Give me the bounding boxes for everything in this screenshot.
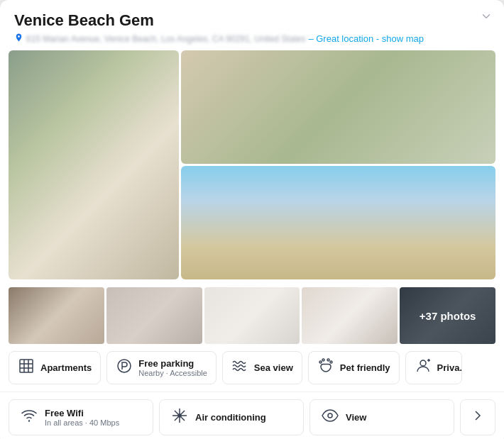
more-photos-overlay[interactable]: +37 photos [400,287,495,344]
private-label: Priva... [437,362,462,373]
property-title: Venice Beach Gem [14,11,490,30]
amenity-private[interactable]: Priva... [405,351,462,384]
svg-point-10 [420,360,426,366]
pet-icon [317,357,334,378]
photo-exterior[interactable] [9,50,179,279]
waves-icon [231,357,248,378]
amenity-apartments[interactable]: Apartments [9,351,101,384]
photo-thumb-2[interactable] [106,287,202,344]
svg-point-19 [328,413,332,418]
sea-view-label: Sea view [254,362,293,373]
eye-icon [322,407,339,428]
photo-left-column [181,50,495,279]
chevron-down-icon[interactable] [480,10,493,26]
svg-point-8 [322,359,324,361]
svg-point-13 [29,421,30,421]
wifi-sub: In all areas · 40 Mbps [45,418,119,427]
parking-label: Free parking [138,358,207,369]
photo-patio[interactable] [181,50,495,164]
amenity-bar-2: Free Wifi In all areas · 40 Mbps Air con… [0,392,504,439]
photo-thumb-more[interactable]: +37 photos [400,287,495,344]
wifi-icon [21,407,38,428]
location-pin-icon [14,33,23,45]
view-label: View [346,412,366,423]
parking-text: Free parking Nearby · Accessible [138,358,207,377]
amenity-more-button[interactable] [460,399,495,435]
svg-point-7 [330,361,332,363]
address-text: 615 Marian Avenue, Venice Beach, Los Ang… [26,34,305,44]
amenity-free-wifi[interactable]: Free Wifi In all areas · 40 Mbps [9,399,153,435]
address-row: 615 Marian Avenue, Venice Beach, Los Ang… [14,33,490,45]
snowflake-icon [171,407,188,428]
parking-icon [116,357,133,378]
photo-thumb-4[interactable] [302,287,398,344]
photo-strip: +37 photos [9,287,495,344]
photo-rooftop[interactable] [181,166,495,279]
more-photos-label: +37 photos [420,310,476,322]
air-conditioning-label: Air conditioning [195,412,266,423]
pet-friendly-label: Pet friendly [340,362,390,373]
apartments-label: Apartments [40,362,92,373]
property-card: Venice Beach Gem 615 Marian Avenue, Veni… [0,0,504,439]
amenity-free-parking[interactable]: Free parking Nearby · Accessible [106,351,217,384]
property-header: Venice Beach Gem 615 Marian Avenue, Veni… [0,0,504,50]
main-photo-grid [9,50,495,282]
amenity-view[interactable]: View [309,399,454,435]
private-icon [415,357,432,378]
svg-point-9 [327,359,329,361]
apartment-icon [18,357,35,378]
more-amenities-icon [469,407,486,428]
photo-thumb-1[interactable] [9,287,104,344]
amenity-sea-view[interactable]: Sea view [222,351,302,384]
amenity-bar-1: Apartments Free parking Nearby · Accessi… [0,344,504,392]
parking-sub: Nearby · Accessible [138,369,207,377]
photo-thumb-3[interactable] [204,287,300,344]
wifi-label: Free Wifi [45,408,119,418]
amenity-air-conditioning[interactable]: Air conditioning [159,399,304,435]
svg-rect-0 [20,360,33,372]
wifi-text: Free Wifi In all areas · 40 Mbps [45,408,119,427]
show-map-link[interactable]: – Great location - show map [308,33,424,44]
amenity-pet-friendly[interactable]: Pet friendly [308,351,400,384]
svg-point-5 [118,360,131,372]
svg-point-6 [319,361,322,363]
